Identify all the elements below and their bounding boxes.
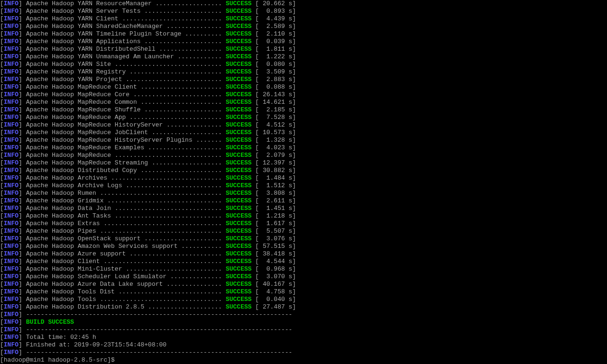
module-time: [ 0.039 s] xyxy=(252,38,296,45)
success-label: SUCCESS xyxy=(226,212,252,219)
build-module-row: [INFO] Apache Hadoop Archive Logs ......… xyxy=(0,182,607,190)
build-module-row: [INFO] Apache Hadoop YARN Site .........… xyxy=(0,61,607,68)
module-name: Apache Hadoop Rumen ....................… xyxy=(26,190,226,197)
success-label: SUCCESS xyxy=(226,30,252,37)
info-label: INFO xyxy=(4,46,18,53)
build-module-row: [INFO] Apache Hadoop YARN Project ......… xyxy=(0,76,607,83)
module-name: Apache Hadoop Pipes ....................… xyxy=(26,228,226,235)
info-label: INFO xyxy=(4,8,18,15)
module-time: [ 14.621 s] xyxy=(252,99,296,106)
build-module-row: [INFO] Apache Hadoop MapReduce HistorySe… xyxy=(0,121,607,129)
success-label: SUCCESS xyxy=(226,273,252,280)
module-name: Apache Hadoop Mini-Cluster .............… xyxy=(26,265,226,273)
success-label: SUCCESS xyxy=(226,159,252,166)
module-name: Apache Hadoop Archives .................… xyxy=(26,174,226,182)
module-name: Apache Hadoop YARN Registry ............… xyxy=(26,68,226,75)
build-module-row: [INFO] Apache Hadoop MapReduce .........… xyxy=(0,152,607,159)
info-label: INFO xyxy=(4,23,18,30)
module-time: [ 1.512 s] xyxy=(252,182,296,189)
module-name: Apache Hadoop MapReduce Streaming ......… xyxy=(26,159,226,166)
build-module-row: [INFO] Apache Hadoop Azure support .....… xyxy=(0,250,607,258)
module-time: [ 3.076 s] xyxy=(252,235,296,242)
module-time: [ 27.487 s] xyxy=(252,303,296,310)
build-module-row: [INFO] Apache Hadoop Extras ............… xyxy=(0,220,607,228)
module-name: Apache Hadoop Extras ...................… xyxy=(26,220,226,227)
success-label: SUCCESS xyxy=(226,68,252,75)
info-label: INFO xyxy=(4,144,18,151)
info-line: [INFO] BUILD SUCCESS xyxy=(0,318,607,326)
info-label: INFO xyxy=(4,68,18,75)
success-label: SUCCESS xyxy=(226,205,252,212)
info-label: INFO xyxy=(4,296,18,303)
module-time: [ 38.418 s] xyxy=(252,250,296,257)
build-module-row: [INFO] Apache Hadoop Tools .............… xyxy=(0,296,607,303)
info-label: INFO xyxy=(4,91,18,98)
module-name: Apache Hadoop YARN DistributedShell ....… xyxy=(26,46,226,53)
module-name: Apache Hadoop MapReduce App ............… xyxy=(26,114,226,121)
info-line: [INFO] Finished at: 2019-09-23T15:54:48+… xyxy=(0,341,607,349)
build-module-row: [INFO] Apache Hadoop YARN DistributedShe… xyxy=(0,46,607,53)
module-name: Apache Hadoop Azure support ............… xyxy=(26,250,226,257)
build-module-row: [INFO] Apache Hadoop YARN Registry .....… xyxy=(0,68,607,76)
module-time: [ 26.143 s] xyxy=(252,91,296,98)
module-time: [ 57.515 s] xyxy=(252,243,296,250)
module-time: [ 12.397 s] xyxy=(252,159,296,166)
success-label: SUCCESS xyxy=(226,243,252,250)
build-module-row: [INFO] Apache Hadoop Azure Data Lake sup… xyxy=(0,281,607,288)
build-module-row: [INFO] Apache Hadoop MapReduce JobClient… xyxy=(0,129,607,136)
module-time: [ 4.544 s] xyxy=(252,258,296,265)
module-name: Apache Hadoop YARN Server Tests ........… xyxy=(26,8,226,15)
build-module-row: [INFO] Apache Hadoop Mini-Cluster ......… xyxy=(0,265,607,273)
success-label: SUCCESS xyxy=(226,174,252,182)
info-line: [INFO] Total time: 02:45 h xyxy=(0,334,607,341)
info-line: [INFO] ---------------------------------… xyxy=(0,326,607,334)
success-label: SUCCESS xyxy=(226,99,252,106)
success-label: SUCCESS xyxy=(226,23,252,30)
build-module-row: [INFO] Apache Hadoop MapReduce Examples … xyxy=(0,144,607,152)
info-label: INFO xyxy=(4,228,18,235)
info-label: INFO xyxy=(4,159,18,166)
module-name: Apache Hadoop Tools Dist ...............… xyxy=(26,288,226,295)
success-label: SUCCESS xyxy=(226,250,252,257)
success-label: SUCCESS xyxy=(226,144,252,151)
success-label: SUCCESS xyxy=(226,83,252,91)
build-module-row: [INFO] Apache Hadoop YARN Timeline Plugi… xyxy=(0,30,607,38)
module-name: Apache Hadoop YARN ResourceManager .....… xyxy=(26,0,226,7)
module-name: Apache Hadoop Ant Tasks ................… xyxy=(26,212,226,219)
info-label: INFO xyxy=(4,99,18,106)
module-name: Apache Hadoop MapReduce JobClient ......… xyxy=(26,129,226,136)
module-time: [ 4.023 s] xyxy=(252,144,296,151)
module-name: Apache Hadoop Archive Logs .............… xyxy=(26,182,226,189)
build-module-row: [INFO] Apache Hadoop Ant Tasks .........… xyxy=(0,212,607,220)
module-time: [ 1.328 s] xyxy=(252,136,296,144)
module-time: [ 2.611 s] xyxy=(252,197,296,204)
success-label: SUCCESS xyxy=(226,15,252,22)
build-module-row: [INFO] Apache Hadoop MapReduce Client ..… xyxy=(0,83,607,91)
module-name: Apache Hadoop MapReduce Common .........… xyxy=(26,99,226,106)
info-label: INFO xyxy=(4,303,18,310)
success-label: SUCCESS xyxy=(226,38,252,45)
module-name: Apache Hadoop OpenStack support ........… xyxy=(26,235,226,242)
module-time: [ 0.080 s] xyxy=(252,61,296,68)
build-module-row: [INFO] Apache Hadoop Distribution 2.8.5 … xyxy=(0,303,607,311)
module-time: [ 0.088 s] xyxy=(252,83,296,91)
info-label: INFO xyxy=(4,76,18,83)
build-module-row: [INFO] Apache Hadoop MapReduce HistorySe… xyxy=(0,136,607,144)
module-time: [ 1.484 s] xyxy=(252,174,296,182)
shell-prompt[interactable]: [hadoop@min1 hadoop-2.8.5-src]$ xyxy=(0,356,607,364)
success-label: SUCCESS xyxy=(226,220,252,227)
build-module-row: [INFO] Apache Hadoop Scheduler Load Simu… xyxy=(0,273,607,281)
build-module-row: [INFO] Apache Hadoop OpenStack support .… xyxy=(0,235,607,243)
success-label: SUCCESS xyxy=(226,167,252,174)
info-label: INFO xyxy=(4,250,18,257)
build-module-row: [INFO] Apache Hadoop YARN Client .......… xyxy=(0,15,607,23)
module-name: Apache Hadoop MapReduce Shuffle ........… xyxy=(26,106,226,113)
module-time: [ 2.079 s] xyxy=(252,152,296,159)
success-label: SUCCESS xyxy=(226,235,252,242)
terminal-output[interactable]: [INFO] Apache Hadoop YARN ResourceManage… xyxy=(0,0,607,364)
success-label: SUCCESS xyxy=(226,61,252,68)
module-time: [ 30.882 s] xyxy=(252,167,296,174)
build-module-row: [INFO] Apache Hadoop MapReduce Shuffle .… xyxy=(0,106,607,114)
success-label: SUCCESS xyxy=(226,288,252,295)
success-label: SUCCESS xyxy=(226,114,252,121)
